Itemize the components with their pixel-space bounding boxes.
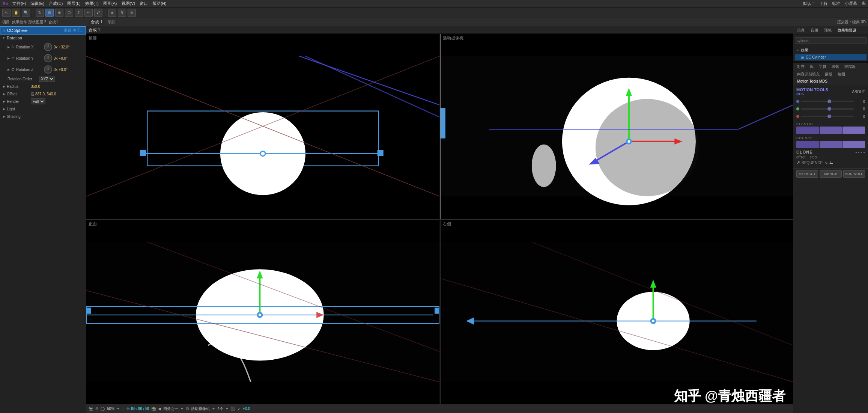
right-tab-paint[interactable]: 绘图: [835, 71, 847, 78]
bounce-btn-2[interactable]: [820, 141, 842, 148]
vp-grid-icon[interactable]: ⊞: [95, 407, 98, 411]
extract-button[interactable]: EXTRACT: [796, 170, 818, 178]
tab-standard[interactable]: 标准: [832, 1, 840, 6]
ry-stopwatch[interactable]: ⏱: [11, 56, 15, 60]
right-tab-preview[interactable]: 预览: [822, 27, 834, 34]
tab-library[interactable]: 库: [862, 1, 866, 6]
ro-select[interactable]: XYZ: [39, 76, 55, 82]
rotation-triangle[interactable]: ▼: [2, 36, 5, 40]
add-null-button[interactable]: ADD NULL: [843, 170, 865, 178]
rz-dial[interactable]: [44, 65, 52, 74]
tool-pen[interactable]: ✏: [84, 9, 93, 17]
elastic-btn-1[interactable]: [796, 127, 819, 134]
z-slider-track[interactable]: [801, 116, 854, 117]
bounce-btn-3[interactable]: [842, 141, 865, 148]
render-triangle[interactable]: ▶: [3, 100, 5, 103]
right-tab-tracker[interactable]: 跟踪器: [842, 63, 858, 70]
tab-learn[interactable]: 了解: [819, 1, 827, 6]
viewport-top-right[interactable]: 活动摄像机: [440, 34, 793, 219]
menu-animation[interactable]: 图画(A): [103, 1, 117, 6]
reset-btn[interactable]: 重置: [64, 28, 71, 33]
rx-value[interactable]: 0x +32.0°: [54, 45, 70, 49]
right-tab-audio[interactable]: 音频: [808, 27, 820, 34]
tool-select[interactable]: ↖: [2, 9, 11, 17]
tool-puppet[interactable]: ◈: [108, 9, 116, 17]
viewport-bottom-left[interactable]: 正面: [86, 219, 439, 404]
right-tab-paragraph[interactable]: 段落: [829, 63, 841, 70]
tool-hand[interactable]: ✋: [12, 9, 20, 17]
z-slider-value[interactable]: 0: [856, 115, 865, 119]
about-link[interactable]: ABOUT: [852, 90, 865, 94]
vp-expand-icon[interactable]: ⬛: [231, 407, 235, 411]
vp-zoom-display[interactable]: 50%: [107, 407, 114, 411]
menu-layer[interactable]: 图层(L): [67, 1, 80, 6]
left-tab-effects[interactable]: 效果控件 形状图层 2: [12, 20, 46, 25]
right-tab-mask[interactable]: 蒙版: [823, 71, 835, 78]
vp-render-tab[interactable]: 项目: [108, 19, 116, 25]
viewport-top-left[interactable]: 顶部: [86, 34, 439, 219]
rx-dial[interactable]: [44, 43, 52, 51]
y-slider-track[interactable]: [801, 108, 854, 110]
menu-effect[interactable]: 效果(T): [85, 1, 99, 6]
vp-quality-icon[interactable]: ✓: [238, 407, 241, 411]
merge-button[interactable]: MERGE: [820, 170, 841, 178]
effects-search[interactable]: [795, 37, 866, 44]
light-triangle[interactable]: ▶: [3, 107, 5, 111]
effect-name-row[interactable]: fx CC Sphere 重置 关于...: [0, 26, 86, 35]
vp-grid2-icon[interactable]: ⊡: [186, 407, 189, 411]
viewport-bottom-right[interactable]: 右侧: [440, 219, 793, 404]
offset-triangle[interactable]: ▶: [3, 92, 5, 96]
x-slider-thumb[interactable]: [827, 99, 831, 103]
tool-zoom[interactable]: 🔍: [22, 9, 30, 17]
rx-stopwatch[interactable]: ⏱: [11, 45, 15, 49]
tab-default[interactable]: 默认 =: [803, 1, 815, 6]
vp-channels[interactable]: 4个: [217, 406, 223, 411]
vp-box-icon[interactable]: □: [122, 407, 124, 411]
vp-circle-icon[interactable]: ◯: [101, 407, 105, 411]
vp-channels-chevron[interactable]: [226, 408, 229, 410]
rz-stopwatch[interactable]: ⏱: [11, 68, 15, 71]
tool-track[interactable]: ⊛: [128, 9, 136, 17]
tool-motion[interactable]: ↯: [118, 9, 126, 17]
vp-camera-chevron[interactable]: [212, 408, 215, 410]
vp-layout-chevron[interactable]: [181, 408, 184, 410]
left-tab-composition[interactable]: 合成1: [48, 20, 58, 25]
tool-paint[interactable]: 🖌: [94, 9, 102, 17]
vp-camera-select[interactable]: 活动摄像机: [191, 406, 210, 411]
x-slider-track[interactable]: [801, 101, 854, 102]
ry-value[interactable]: 0x +0.0°: [54, 56, 68, 60]
vp-snapshot-icon[interactable]: 📷: [89, 407, 93, 411]
rx-triangle[interactable]: ▶: [8, 45, 10, 49]
tool-anchor[interactable]: ⊕: [55, 9, 63, 17]
tab-small-screen[interactable]: 小屏幕: [845, 1, 857, 6]
vp-camera-icon[interactable]: 📸: [151, 407, 156, 411]
menu-help[interactable]: 帮助(H): [152, 1, 166, 6]
vp-layout[interactable]: 四分之一: [163, 406, 178, 411]
elastic-btn-2[interactable]: [820, 127, 842, 134]
tool-shape[interactable]: ⬡: [65, 9, 73, 17]
menu-edit[interactable]: 编辑(E): [30, 1, 44, 6]
cc-cylinder-item[interactable]: ◉ CC Cylinder: [795, 54, 866, 60]
x-slider-value[interactable]: 0: [856, 99, 865, 104]
left-tab-project[interactable]: 项目: [2, 20, 10, 25]
effects-section-header[interactable]: ▼ 效果: [795, 47, 866, 54]
menu-window[interactable]: 窗口: [140, 1, 148, 6]
tool-rotate[interactable]: ↻: [36, 9, 44, 17]
tool-text[interactable]: T: [75, 9, 83, 17]
elastic-btn-3[interactable]: [842, 127, 865, 134]
z-slider-thumb[interactable]: [827, 115, 831, 118]
vp-plus-display[interactable]: +0.0: [243, 407, 250, 411]
radius-triangle[interactable]: ▶: [3, 85, 5, 88]
ry-triangle[interactable]: ▶: [8, 57, 10, 60]
menu-file[interactable]: 文件(F): [12, 1, 26, 6]
vp-triangle-icon[interactable]: ◀: [158, 407, 161, 411]
vp-composition-tab[interactable]: 合成 1: [89, 19, 105, 25]
tool-camera[interactable]: ⊞: [45, 9, 54, 17]
right-tab-content-aware[interactable]: 内容识别填充: [795, 71, 822, 78]
rz-value[interactable]: 0x +0.0°: [54, 68, 68, 72]
right-tab-effects[interactable]: 效果和预设: [835, 27, 859, 34]
shading-triangle[interactable]: ▶: [3, 115, 5, 118]
about-btn[interactable]: 关于...: [73, 28, 83, 33]
menu-view[interactable]: 视图(V): [122, 1, 135, 6]
bounce-btn-1[interactable]: [796, 141, 819, 148]
